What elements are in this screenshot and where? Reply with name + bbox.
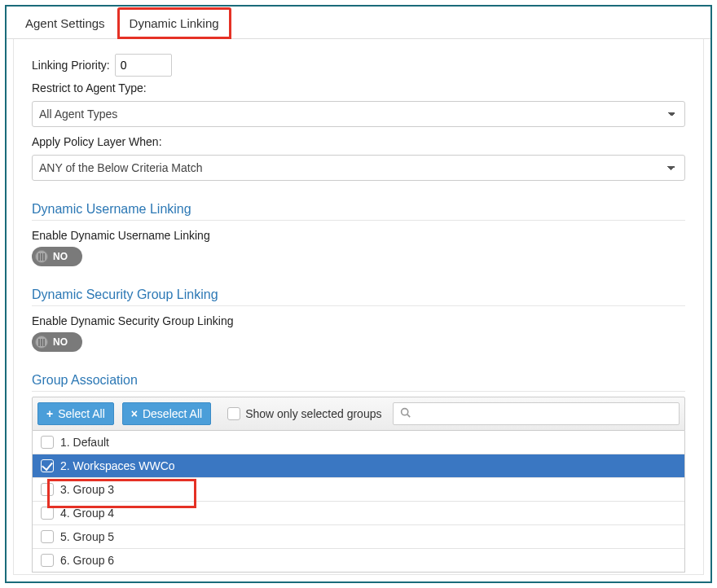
- group-list: 1. Default2. Workspaces WWCo3. Group 34.…: [32, 431, 685, 573]
- checkbox-icon: [227, 407, 240, 420]
- toggle-state-text: NO: [53, 336, 68, 348]
- toggle-knob-icon: [35, 250, 48, 263]
- plus-icon: +: [46, 407, 53, 420]
- enable-dyn-username-label: Enable Dynamic Username Linking: [32, 229, 685, 242]
- show-only-selected-checkbox[interactable]: Show only selected groups: [227, 407, 381, 420]
- restrict-agent-type-label: Restrict to Agent Type:: [32, 81, 147, 94]
- config-panel: Agent Settings Dynamic Linking Linking P…: [5, 5, 712, 583]
- checkbox-icon: [41, 530, 54, 543]
- search-icon: [400, 407, 411, 420]
- select-all-label: Select All: [58, 407, 105, 420]
- restrict-agent-type-select[interactable]: All Agent Types: [32, 101, 685, 127]
- enable-dyn-security-toggle[interactable]: NO: [32, 332, 82, 352]
- group-item-label: 6. Group 6: [60, 554, 114, 567]
- svg-line-1: [407, 415, 410, 417]
- deselect-all-button[interactable]: × Deselect All: [122, 402, 211, 425]
- tab-agent-settings[interactable]: Agent Settings: [13, 7, 117, 39]
- group-item-label: 5. Group 5: [60, 530, 114, 543]
- linking-priority-label: Linking Priority:: [32, 59, 110, 72]
- group-toolbar: + Select All × Deselect All Show only se…: [32, 397, 685, 431]
- group-search-input[interactable]: [393, 402, 680, 425]
- apply-policy-select[interactable]: ANY of the Below Criteria Match: [32, 155, 685, 181]
- checkbox-icon: [41, 436, 54, 449]
- checkbox-icon: [41, 554, 54, 567]
- deselect-all-label: Deselect All: [143, 407, 202, 420]
- apply-policy-label: Apply Policy Layer When:: [32, 135, 162, 148]
- group-item[interactable]: 6. Group 6: [33, 549, 684, 572]
- toggle-state-text: NO: [53, 251, 68, 262]
- tab-dynamic-linking[interactable]: Dynamic Linking: [117, 7, 231, 39]
- toggle-knob-icon: [35, 336, 48, 349]
- select-all-button[interactable]: + Select All: [37, 402, 114, 425]
- close-icon: ×: [131, 407, 138, 420]
- group-item[interactable]: 3. Group 3: [33, 478, 684, 502]
- enable-dyn-security-label: Enable Dynamic Security Group Linking: [32, 314, 685, 327]
- checkbox-icon: [41, 507, 54, 520]
- group-item[interactable]: 5. Group 5: [33, 525, 684, 549]
- tab-strip: Agent Settings Dynamic Linking: [7, 7, 710, 39]
- checkbox-icon: [41, 483, 54, 496]
- group-item[interactable]: 1. Default: [33, 431, 684, 454]
- svg-point-0: [402, 409, 408, 415]
- linking-priority-input[interactable]: [115, 54, 172, 77]
- enable-dyn-username-toggle[interactable]: NO: [32, 247, 82, 266]
- section-group-association-title: Group Association: [32, 373, 685, 392]
- group-item[interactable]: 2. Workspaces WWCo: [33, 454, 684, 478]
- group-item-label: 2. Workspaces WWCo: [60, 459, 175, 472]
- section-dynamic-username-title: Dynamic Username Linking: [32, 202, 685, 221]
- group-item-label: 3. Group 3: [60, 483, 114, 496]
- show-only-label: Show only selected groups: [245, 407, 381, 420]
- group-item-label: 1. Default: [60, 436, 109, 449]
- tab-panel-dynamic-linking: Linking Priority: Restrict to Agent Type…: [13, 39, 704, 575]
- section-dynamic-security-title: Dynamic Security Group Linking: [32, 287, 685, 306]
- group-item[interactable]: 4. Group 4: [33, 502, 684, 525]
- group-item-label: 4. Group 4: [60, 507, 114, 520]
- checkbox-icon: [41, 459, 54, 472]
